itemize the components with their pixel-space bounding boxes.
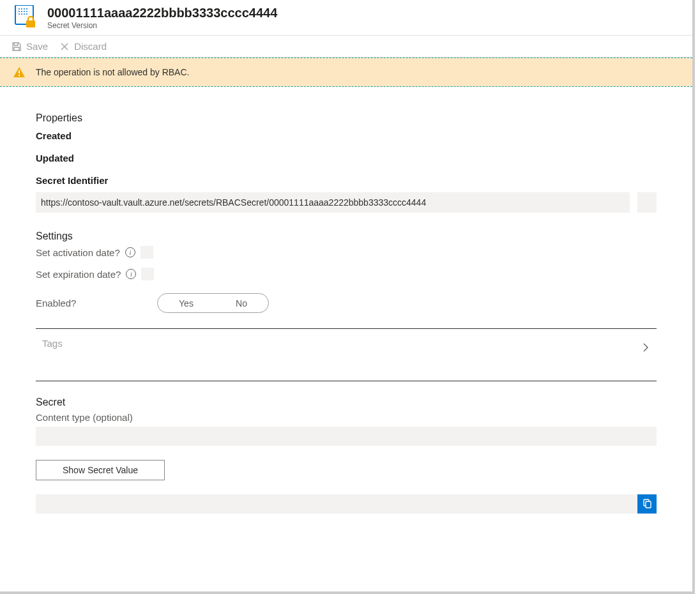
svg-point-9	[19, 13, 20, 15]
content-area: Properties Created Updated Secret Identi…	[0, 87, 692, 526]
enabled-label: Enabled?	[36, 298, 157, 308]
close-icon	[59, 42, 70, 52]
save-icon	[11, 42, 22, 52]
svg-point-11	[24, 13, 25, 15]
expiration-date-row: Set expiration date? i	[36, 268, 657, 280]
copy-secret-value-button[interactable]	[637, 494, 657, 514]
copy-icon	[642, 499, 652, 509]
updated-label: Updated	[36, 153, 657, 164]
svg-point-6	[21, 11, 22, 12]
tags-label: Tags	[42, 338, 63, 349]
content-type-label: Content type (optional)	[36, 412, 657, 423]
svg-rect-15	[19, 75, 20, 76]
secret-section-title: Secret	[36, 397, 657, 408]
warning-message: The operation is not allowed by RBAC.	[36, 67, 189, 77]
enabled-toggle[interactable]: Yes No	[157, 293, 269, 313]
warning-triangle-icon	[13, 66, 26, 79]
page-title: 00001111aaaa2222bbbb3333cccc4444	[47, 5, 277, 20]
secret-value-row	[36, 494, 657, 514]
svg-point-3	[24, 8, 25, 10]
tags-section[interactable]: Tags	[36, 328, 657, 381]
secret-value-input[interactable]	[36, 494, 646, 514]
toggle-yes[interactable]: Yes	[179, 298, 194, 308]
settings-section-title: Settings	[36, 231, 657, 242]
page-header: 00001111aaaa2222bbbb3333cccc4444 Secret …	[0, 0, 692, 36]
secret-identifier-row: https://contoso-vault.vault.azure.net/se…	[36, 192, 657, 213]
info-icon[interactable]: i	[125, 247, 135, 257]
page-subtitle: Secret Version	[47, 21, 277, 30]
command-bar: Save Discard	[0, 36, 692, 57]
svg-point-10	[21, 13, 22, 15]
svg-point-7	[24, 11, 25, 12]
show-secret-value-button[interactable]: Show Secret Value	[36, 460, 165, 480]
activation-date-checkbox[interactable]	[141, 246, 153, 259]
toggle-no[interactable]: No	[236, 298, 247, 308]
discard-button[interactable]: Discard	[59, 41, 107, 52]
chevron-right-icon	[641, 342, 650, 355]
expiration-date-label: Set expiration date?	[36, 269, 121, 280]
svg-point-12	[26, 13, 27, 15]
activation-date-label: Set activation date?	[36, 247, 120, 258]
activation-date-row: Set activation date? i	[36, 246, 657, 259]
svg-rect-17	[646, 501, 651, 508]
svg-rect-13	[26, 20, 35, 27]
save-label: Save	[26, 41, 48, 52]
expiration-date-checkbox[interactable]	[141, 268, 154, 280]
discard-label: Discard	[74, 41, 107, 52]
svg-point-5	[19, 11, 20, 12]
content-type-input[interactable]	[36, 427, 657, 446]
svg-point-8	[26, 11, 27, 12]
warning-banner: The operation is not allowed by RBAC.	[0, 57, 692, 87]
secret-version-icon	[14, 5, 37, 28]
svg-rect-14	[19, 70, 20, 73]
svg-point-4	[26, 8, 27, 10]
save-button[interactable]: Save	[11, 41, 48, 52]
svg-point-1	[19, 8, 20, 10]
secret-identifier-label: Secret Identifier	[36, 175, 657, 186]
info-icon[interactable]: i	[126, 269, 136, 279]
secret-identifier-value[interactable]: https://contoso-vault.vault.azure.net/se…	[36, 192, 630, 213]
enabled-row: Enabled? Yes No	[36, 293, 657, 313]
properties-section-title: Properties	[36, 112, 657, 124]
copy-identifier-button[interactable]	[637, 192, 657, 213]
created-label: Created	[36, 130, 657, 141]
svg-point-2	[21, 8, 22, 10]
